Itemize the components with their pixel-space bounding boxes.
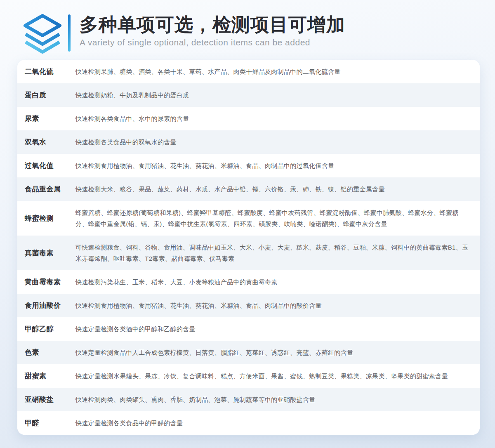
row-desc: 快速定量检测各类食品中的甲醛的含量	[75, 417, 469, 429]
row-label: 真菌毒素	[25, 248, 75, 258]
row-desc: 快速定量检测水果罐头、果冻、冷饮、复合调味料、糕点、方便米面、果酱、蜜饯、熟制豆…	[75, 370, 469, 382]
row-label: 蜂蜜检测	[25, 214, 75, 223]
row-desc: 快速检测各类食品中、水中的尿素的含量	[75, 113, 469, 124]
row-desc: 快速检测污染花生、玉米、稻米、大豆、小麦等粮油产品中的黄曲霉毒素	[75, 276, 469, 288]
row-label: 食品重金属	[25, 184, 75, 194]
table-row: 甲醇乙醇 快速定量检测各类酒中的甲醇和乙醇的含量	[17, 317, 480, 341]
header-titles: 多种单项可选，检测项目可增加 A variety of single optio…	[80, 12, 345, 47]
row-label: 双氧水	[25, 137, 75, 147]
row-label: 色素	[25, 348, 75, 357]
row-desc: 蜂蜜蔗糖、蜂蜜还原糖(葡萄糖和果糖)、蜂蜜羟甲基糠醛、蜂蜜酸度、蜂蜜中农药残留、…	[75, 207, 469, 229]
row-label: 黄曲霉毒素	[25, 277, 75, 287]
table-row: 过氧化值 快速检测食用植物油、食用猪油、花生油、葵花油、米糠油、食品、肉制品中的…	[17, 154, 480, 177]
table-row: 甲醛 快速定量检测各类食品中的甲醛的含量	[17, 411, 480, 435]
table-row: 双氧水 快速检测各类食品中的双氧水的含量	[17, 130, 480, 154]
row-desc: 快速检测果脯、糖类、酒类、各类干果、草药、水产品、肉类干鲜品及肉制品中的二氧化硫…	[75, 66, 469, 77]
table-row: 亚硝酸盐 快速检测肉类、肉类罐头、熏肉、香肠、奶制品、泡菜、腌制蔬菜等中的亚硝酸…	[17, 388, 480, 411]
table-row: 尿素 快速检测各类食品中、水中的尿素的含量	[17, 107, 480, 130]
row-label: 蛋白质	[25, 90, 75, 100]
row-desc: 快速检测食用植物油、食用猪油、花生油、葵花油、米糠油、食品、肉制品中的酸价含量	[75, 300, 469, 311]
table-row: 蜂蜜检测 蜂蜜蔗糖、蜂蜜还原糖(葡萄糖和果糖)、蜂蜜羟甲基糠醛、蜂蜜酸度、蜂蜜中…	[17, 201, 480, 236]
row-desc: 快速检测各类食品中的双氧水的含量	[75, 137, 469, 148]
layers-stack-icon	[23, 13, 62, 54]
row-label: 过氧化值	[25, 161, 75, 170]
table-row: 真菌毒素 可快速检测粮食、饲料、谷物、食用油、调味品中如玉米、大米、小麦、大麦、…	[17, 236, 480, 270]
row-desc: 快速定量检测食品中人工合成色素柠檬黄、日落黄、胭脂红、苋菜红、诱惑红、亮蓝、赤藓…	[75, 347, 469, 358]
row-desc: 快速检测大米、粮谷、果品、蔬菜、药材、水质、水产品中铅、镉、六价铬、汞、砷、铁、…	[75, 184, 469, 195]
row-label: 甲醇乙醇	[25, 324, 75, 334]
row-desc: 快速检测奶粉、牛奶及乳制品中的蛋白质	[75, 90, 469, 101]
table-row: 食品重金属 快速检测大米、粮谷、果品、蔬菜、药材、水质、水产品中铅、镉、六价铬、…	[17, 177, 480, 201]
row-desc: 快速检测肉类、肉类罐头、熏肉、香肠、奶制品、泡菜、腌制蔬菜等中的亚硝酸盐含量	[75, 394, 469, 405]
header: 多种单项可选，检测项目可增加 A variety of single optio…	[0, 0, 495, 59]
row-desc: 快速定量检测各类酒中的甲醇和乙醇的含量	[75, 323, 469, 335]
row-desc: 快速检测食用植物油、食用猪油、花生油、葵花油、米糠油、食品、肉制品中的过氧化值含…	[75, 160, 469, 171]
table-row: 色素 快速定量检测食品中人工合成色素柠檬黄、日落黄、胭脂红、苋菜红、诱惑红、亮蓝…	[17, 341, 480, 364]
row-label: 二氧化硫	[25, 67, 75, 76]
table-row: 黄曲霉毒素 快速检测污染花生、玉米、稻米、大豆、小麦等粮油产品中的黄曲霉毒素	[17, 270, 480, 294]
table-row: 甜蜜素 快速定量检测水果罐头、果冻、冷饮、复合调味料、糕点、方便米面、果酱、蜜饯…	[17, 364, 480, 388]
table-row: 二氧化硫 快速检测果脯、糖类、酒类、各类干果、草药、水产品、肉类干鲜品及肉制品中…	[17, 60, 480, 83]
table-row: 食用油酸价 快速检测食用植物油、食用猪油、花生油、葵花油、米糠油、食品、肉制品中…	[17, 294, 480, 317]
row-label: 尿素	[25, 114, 75, 123]
page-title: 多种单项可选，检测项目可增加	[80, 13, 345, 36]
detection-items-card: 二氧化硫 快速检测果脯、糖类、酒类、各类干果、草药、水产品、肉类干鲜品及肉制品中…	[17, 60, 480, 435]
row-label: 食用油酸价	[25, 301, 75, 310]
page-subtitle: A variety of single optional, detection …	[80, 38, 345, 47]
row-label: 亚硝酸盐	[25, 395, 75, 404]
divider-bar	[68, 14, 71, 52]
row-label: 甜蜜素	[25, 371, 75, 381]
table-row: 蛋白质 快速检测奶粉、牛奶及乳制品中的蛋白质	[17, 83, 480, 107]
row-label: 甲醛	[25, 418, 75, 428]
page: 多种单项可选，检测项目可增加 A variety of single optio…	[0, 0, 495, 448]
row-desc: 可快速检测粮食、饲料、谷物、食用油、调味品中如玉米、大米、小麦、大麦、糙米、麸皮…	[75, 242, 469, 264]
